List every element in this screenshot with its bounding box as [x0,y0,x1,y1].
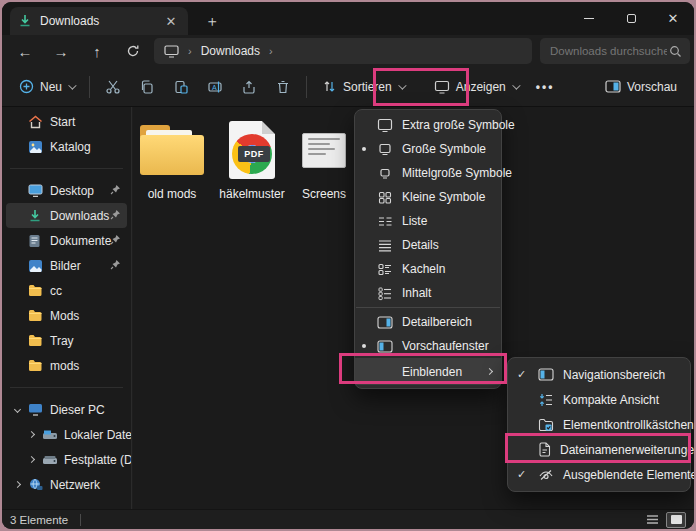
back-button[interactable]: ← [10,38,40,64]
gallery-icon [28,140,43,154]
minimize-button[interactable] [568,2,610,35]
submenu-item-label: Dateinamenerweiterungen [560,443,694,457]
file-old-mods[interactable]: old mods [127,115,217,201]
window-controls: ✕ [568,2,694,35]
new-tab-button[interactable]: ＋ [200,10,224,32]
sidebar-item-label: Desktop [50,184,94,198]
screenshot-frame: Downloads ✕ ＋ ✕ ← → ↑ › Downloads › [0,0,696,531]
submenu-item-ausgeblendete-elemente[interactable]: ✓ Ausgeblendete Elemente [508,462,690,487]
close-button[interactable]: ✕ [652,2,694,35]
view-button[interactable]: Anzeigen [425,71,527,103]
sort-button[interactable]: Sortieren [313,71,413,103]
sidebar-item-downloads[interactable]: Downloads [6,203,127,228]
thumbnail-view-icon [670,514,683,525]
more-options-button[interactable]: ••• [527,71,564,103]
tab-close-icon[interactable]: ✕ [162,12,180,30]
copy-button[interactable] [130,71,164,103]
delete-button[interactable] [266,71,300,103]
list-view-icon [646,514,659,525]
chevron-right-icon[interactable] [28,431,35,438]
navigation-pane-icon [538,368,554,381]
menu-item-label: Kleine Symbole [402,190,485,204]
new-button[interactable]: Neu [10,71,83,103]
up-button[interactable]: ↑ [82,38,112,64]
rename-icon: A [207,79,223,95]
command-bar: Neu A Sortieren Anzeigen [2,67,694,107]
menu-item-kleine-symbole[interactable]: Kleine Symbole [355,185,501,209]
submenu-item-navigationsbereich[interactable]: ✓ Navigationsbereich [508,362,690,387]
sidebar-item-label: Festplatte (D:) [64,453,132,467]
toolbar-divider [306,76,307,98]
sidebar-item-festplatte-d[interactable]: Festplatte (D:) [6,447,127,472]
cut-button[interactable] [96,71,130,103]
sidebar-item-tray[interactable]: Tray [6,328,127,353]
submenu-item-dateinamenerweiterungen[interactable]: Dateinamenerweiterungen [508,437,690,462]
sidebar-item-label: Dieser PC [50,403,105,417]
sidebar-item-label: Downloads [50,209,109,223]
details-pane-icon [377,316,393,329]
chevron-down-icon [68,81,76,89]
this-pc-icon [28,403,43,416]
sidebar-item-bilder[interactable]: Bilder [6,253,127,278]
share-button[interactable] [232,71,266,103]
submenu-item-label: Kompakte Ansicht [563,393,659,407]
menu-item-vorschaufenster[interactable]: Vorschaufenster [355,334,501,358]
chevron-down-icon[interactable] [14,406,21,413]
new-label: Neu [40,80,62,94]
maximize-button[interactable] [610,2,652,35]
copy-icon [139,79,155,95]
menu-item-inhalt[interactable]: Inhalt [355,281,501,305]
menu-item-mittelgrosse-symbole[interactable]: Mittelgroße Symbole [355,161,501,185]
item-count: 3 Elemente [10,514,68,526]
sidebar-item-start[interactable]: Start [6,109,127,134]
refresh-button[interactable] [118,38,148,64]
drive-icon [42,454,58,466]
menu-item-extra-grosse-symbole[interactable]: Extra große Symbole [355,113,501,137]
menu-item-einblenden[interactable]: Einblenden [355,358,501,385]
menu-item-detailbereich[interactable]: Detailbereich [355,310,501,334]
breadcrumb-item[interactable]: Downloads [201,44,260,58]
image-thumbnail-icon [302,115,346,185]
rename-button[interactable]: A [198,71,232,103]
navigation-pane: Start Katalog Desktop Downloads Dokument… [2,107,132,509]
sidebar-item-mods-upper[interactable]: Mods [6,303,127,328]
trash-icon [275,79,291,95]
sidebar-item-mods-lower[interactable]: mods [6,353,127,378]
sidebar-item-label: Mods [50,309,79,323]
documents-icon [28,234,41,248]
menu-item-label: Detailbereich [402,315,472,329]
forward-button[interactable]: → [46,38,76,64]
sidebar-item-dieser-pc[interactable]: Dieser PC [6,397,127,422]
details-view-toggle[interactable] [642,512,662,528]
chevron-right-icon[interactable] [28,456,35,463]
file-extension-icon [538,442,551,457]
sidebar-item-netzwerk[interactable]: Netzwerk [6,472,127,497]
sidebar-item-label: Lokaler Datenträg [64,428,132,442]
submenu-item-label: Navigationsbereich [563,368,665,382]
menu-item-grosse-symbole[interactable]: Große Symbole [355,137,501,161]
status-divider [80,514,81,526]
sidebar-item-label: Bilder [50,259,81,273]
sidebar-item-dokumente[interactable]: Dokumente [6,228,127,253]
pin-icon [110,234,121,245]
thumbnail-view-toggle[interactable] [666,512,686,528]
sidebar-item-desktop[interactable]: Desktop [6,178,127,203]
sidebar-item-label: cc [50,284,62,298]
tab-downloads[interactable]: Downloads ✕ [10,7,188,35]
paste-button[interactable] [164,71,198,103]
maximize-icon [627,14,636,23]
breadcrumb[interactable]: › Downloads › [154,38,532,64]
sidebar-item-cc[interactable]: cc [6,278,127,303]
menu-item-kacheln[interactable]: Kacheln [355,257,501,281]
submenu-item-kompakte-ansicht[interactable]: Kompakte Ansicht [508,387,690,412]
menu-item-label: Mittelgroße Symbole [402,166,512,180]
sidebar-item-lokaler-datentraeger[interactable]: Lokaler Datenträg [6,422,127,447]
menu-item-liste[interactable]: Liste [355,209,501,233]
submenu-item-elementkontrollkaestchen[interactable]: Elementkontrollkästchen [508,412,690,437]
sidebar-item-katalog[interactable]: Katalog [6,134,127,159]
preview-button[interactable]: Vorschau [596,71,686,103]
chevron-right-icon[interactable] [14,481,21,488]
search-box [540,38,690,64]
menu-item-details[interactable]: Details [355,233,501,257]
search-input[interactable] [548,44,669,58]
